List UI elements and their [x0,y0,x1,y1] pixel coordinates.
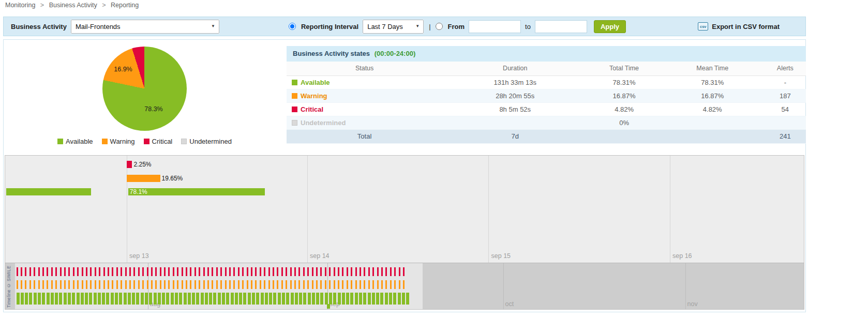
legend-item-critical: Critical [144,138,173,145]
overview-tick-warning [229,280,231,289]
overview-tick-critical [29,267,31,276]
timeline-bar-value: 2.25% [133,161,151,168]
overview-tick-available [291,293,294,305]
overview-tick-critical [264,267,265,276]
overview-tick-critical [164,267,166,276]
breadcrumb-monitoring[interactable]: Monitoring [5,2,35,9]
overview-tick-available [64,293,67,305]
reporting-interval-radio[interactable] [289,23,296,30]
overview-tick-available [376,293,379,305]
export-csv-button[interactable]: csv Export in CSV format [698,22,780,31]
overview-tick-critical [385,267,387,276]
timeline-main-band[interactable]: sep 13sep 14sep 15sep 162.25%19.65%78.1% [5,156,804,263]
timeline-bar-warning[interactable] [127,175,160,182]
breadcrumb-reporting[interactable]: Reporting [111,2,139,9]
export-csv-label: Export in CSV format [712,23,780,31]
interval-controls: Reporting Interval Last 7 Days ▼ | From … [289,20,626,34]
overview-tick-critical [403,267,405,276]
overview-tick-warning [177,280,178,289]
overview-tick-critical [25,267,26,276]
reporting-interval-select[interactable]: Last 7 Days ▼ [363,20,424,34]
overview-tick-available [346,293,349,305]
overview-tick-critical [207,267,209,276]
overview-tick-warning [320,280,322,289]
overview-tick-available [308,293,311,305]
overview-tick-available [278,293,281,305]
overview-tick-available [166,293,169,305]
timeline-bar-available[interactable] [6,188,91,195]
overview-tick-critical [60,267,62,276]
overview-tick-available [89,293,92,305]
apply-button[interactable]: Apply [594,20,626,33]
custom-range-radio[interactable] [436,23,443,30]
overview-tick-available [38,293,41,305]
overview-tick-available [106,293,109,305]
overview-tick-warning [64,280,66,289]
overview-tick-critical [273,267,274,276]
alerts-cell: 187 [765,89,806,102]
business-activity-select[interactable]: Mail-Frontends ▼ [71,20,219,34]
overview-tick-warning [203,280,205,289]
overview-tick-critical [312,267,313,276]
timeline-date-label: sep 16 [672,252,692,260]
to-date-input[interactable] [535,20,587,33]
total-duration-cell: 7d [442,129,588,143]
pie-slice-label-warning: 16.9% [112,66,134,73]
overview-tick-available [111,293,114,305]
overview-tick-available [218,293,221,305]
overview-tick-critical [186,267,187,276]
overview-tick-warning [255,280,257,289]
overview-tick-available [303,293,306,305]
column-header-status: Status [287,62,442,75]
overview-tick-available [119,293,122,305]
overview-tick-warning [129,280,131,289]
overview-tick-available [141,293,144,305]
overview-tick-critical [68,267,70,276]
overview-tick-critical [381,267,383,276]
overview-tick-warning [164,280,166,289]
from-date-input[interactable] [469,20,521,33]
overview-tick-available [171,293,174,305]
overview-tick-warning [364,280,365,289]
overview-tick-critical [138,267,140,276]
timeline-bar-critical[interactable] [127,161,132,168]
timeline-overview-band[interactable]: Timeline © SIMILE augsepoctnov [5,263,804,309]
overview-tick-available [372,293,375,305]
overview-tick-available [124,293,127,305]
overview-tick-warning [108,280,109,289]
states-table: Status Duration Total Time Mean Time Ale… [287,62,806,144]
overview-tick-critical [364,267,365,276]
overview-tick-critical [142,267,144,276]
critical-swatch [144,139,149,144]
timeline-bar-available[interactable] [128,188,265,195]
breadcrumb-business-activity[interactable]: Business Activity [49,2,97,9]
overview-tick-warning [277,280,278,289]
reporting-interval-select-control[interactable]: Last 7 Days [363,20,424,34]
timeline-bar-value: 19.65% [162,175,183,182]
overview-tick-critical [268,267,270,276]
overview-tick-warning [338,280,339,289]
mean-time-cell: 16.87% [661,89,765,102]
business-activity-select-control[interactable]: Mail-Frontends [71,20,219,34]
overview-tick-available [243,293,246,305]
timeline-gridline [307,156,308,263]
breadcrumb-separator: > [40,2,44,9]
overview-tick-critical [95,267,96,276]
overview-tick-critical [177,267,178,276]
overview-tick-critical [147,267,148,276]
overview-tick-available [115,293,118,305]
overview-tick-warning [216,280,218,289]
overview-tick-available [192,293,195,305]
overview-tick-available [299,293,302,305]
overview-tick-critical [390,267,392,276]
status-cell: Available [287,75,442,89]
overview-tick-warning [155,280,157,289]
total-label-cell: Total [287,129,442,143]
timeline-gridline [127,156,127,263]
overview-tick-critical [247,267,248,276]
legend-label: Warning [110,138,135,145]
overview-tick-available [389,293,392,305]
table-row-total: Total 7d 241 [287,129,806,143]
overview-tick-critical [199,267,200,276]
overview-tick-available [51,293,54,305]
